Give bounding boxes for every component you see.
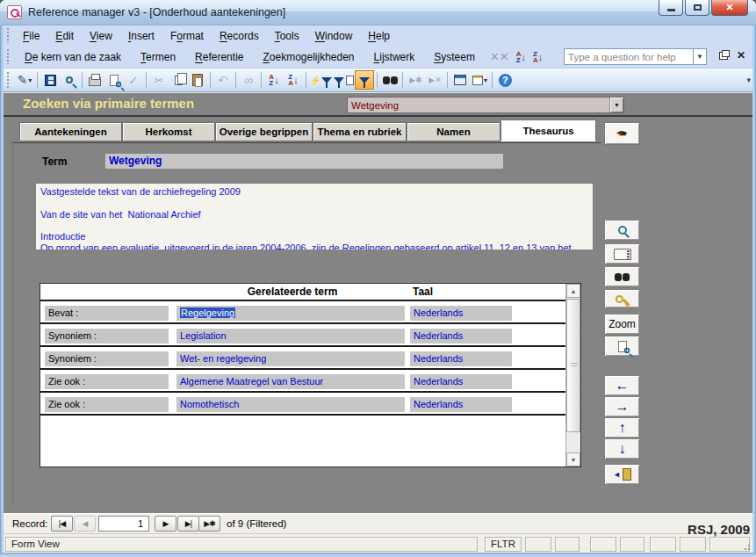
toolbar-drag-handle[interactable] xyxy=(6,28,11,42)
tab-aantekeningen[interactable]: Aantekeningen xyxy=(19,122,122,141)
menu-tools[interactable]: Tools xyxy=(267,28,307,44)
relation-cell: Bevat : xyxy=(45,306,169,321)
references-book-button[interactable] xyxy=(604,243,640,264)
menu-records[interactable]: Records xyxy=(212,28,267,44)
status-segment xyxy=(650,537,676,552)
tab-overige-begrippen[interactable]: Overige begrippen xyxy=(215,122,313,141)
taal-cell[interactable]: Nederlands xyxy=(410,351,512,366)
menu-insert[interactable]: Insert xyxy=(120,28,162,44)
minimize-button[interactable] xyxy=(659,0,683,16)
print-preview-icon[interactable] xyxy=(104,70,124,90)
menu-termen[interactable]: Termen xyxy=(131,49,185,65)
key-button[interactable] xyxy=(604,289,640,308)
table-scrollbar[interactable]: ▲ ▼ xyxy=(565,284,580,467)
first-record-button[interactable]: |◀ xyxy=(51,516,73,532)
term-cell[interactable]: Wet- en regelgeving xyxy=(176,351,405,366)
sort-descending-icon[interactable] xyxy=(284,70,303,90)
sort-ascending-icon[interactable] xyxy=(516,51,526,63)
tab-namen[interactable]: Namen xyxy=(407,122,500,141)
undo-icon[interactable]: ↶ xyxy=(213,70,233,90)
paste-icon[interactable] xyxy=(188,70,207,90)
down-arrow-icon: ↓ xyxy=(619,442,626,456)
cut-icon[interactable]: ✂ xyxy=(149,70,169,90)
help-icon[interactable]: ? xyxy=(495,70,515,90)
edit-pen-button[interactable]: ✒ xyxy=(604,122,640,145)
find-button[interactable] xyxy=(604,266,640,287)
menu-zoekmogelijkheden[interactable]: Zoekmogelijkheden xyxy=(253,49,364,65)
menu-edit[interactable]: Edit xyxy=(47,28,82,44)
scroll-down-icon[interactable]: ▼ xyxy=(566,452,580,467)
copy-icon[interactable] xyxy=(169,70,188,90)
toolbar-drag-handle[interactable] xyxy=(6,49,11,65)
spelling-icon[interactable]: ✓ xyxy=(124,70,143,90)
close-button[interactable] xyxy=(711,0,748,16)
previous-record-button[interactable]: ◀ xyxy=(74,516,96,532)
menu-help[interactable]: Help xyxy=(360,28,398,44)
next-record-button[interactable]: ▶ xyxy=(155,516,176,532)
file-search-icon[interactable] xyxy=(60,70,79,90)
zoom-button[interactable]: Zoom xyxy=(604,314,640,335)
term-cell[interactable]: Nomothetisch xyxy=(176,397,405,412)
taal-cell[interactable]: Nederlands xyxy=(410,329,512,344)
taal-cell[interactable]: Nederlands xyxy=(410,397,512,412)
term-cell[interactable]: Algemene Maatregel van Bestuur xyxy=(176,374,405,389)
restore-window-icon[interactable] xyxy=(719,52,728,60)
term-description-field[interactable]: Vastgestelde tekst van de archiefregelin… xyxy=(35,183,594,250)
primary-term-combobox[interactable]: Wetgeving ▼ xyxy=(347,97,624,113)
search-button[interactable] xyxy=(604,220,640,241)
database-window-icon[interactable] xyxy=(450,70,470,90)
term-field[interactable]: Wetgeving xyxy=(105,154,503,169)
menu-referentie[interactable]: Referentie xyxy=(185,49,253,65)
new-record-icon[interactable]: ▶✱ xyxy=(406,70,425,90)
tab-thema-en-rubriek[interactable]: Thema en rubriek xyxy=(313,122,407,141)
term-cell[interactable]: Regelgeving xyxy=(176,306,405,321)
title-bar[interactable]: Reference manager v3 - [Onderhoud aantek… xyxy=(0,0,756,25)
menu-systeem[interactable]: Systeem xyxy=(424,49,485,65)
sort-descending-icon[interactable] xyxy=(533,51,543,63)
term-cell[interactable]: Legislation xyxy=(176,329,405,344)
resize-grip[interactable] xyxy=(742,542,750,550)
hyperlink-icon[interactable]: ∞ xyxy=(239,70,258,90)
menu-file[interactable]: File xyxy=(15,28,47,44)
table-row: Synoniem : Wet- en regelgeving Nederland… xyxy=(40,349,565,370)
scrollbar-thumb[interactable] xyxy=(566,299,580,432)
scroll-up-icon[interactable]: ▲ xyxy=(566,284,580,298)
toolbar-options-icon[interactable]: ▾ xyxy=(746,78,751,83)
record-number-input[interactable] xyxy=(98,516,149,532)
move-down-button[interactable]: ↓ xyxy=(604,438,640,459)
print-icon[interactable] xyxy=(85,70,104,90)
maximize-button[interactable] xyxy=(685,0,709,16)
menu-format[interactable]: Format xyxy=(162,28,212,44)
combobox-dropdown-icon[interactable]: ▼ xyxy=(609,98,623,112)
filter-by-form-icon[interactable] xyxy=(333,70,355,90)
view-design-icon[interactable]: ✎▾ xyxy=(15,70,34,90)
filter-by-selection-icon[interactable] xyxy=(309,70,333,90)
toolbar-drag-handle[interactable] xyxy=(6,72,11,88)
tab-thesaurus[interactable]: Thesaurus xyxy=(500,119,596,141)
sort-ascending-icon[interactable] xyxy=(264,70,284,90)
taal-cell[interactable]: Nederlands xyxy=(410,374,512,389)
last-record-button[interactable]: ▶| xyxy=(177,516,199,532)
up-arrow-icon: ↑ xyxy=(619,421,626,435)
menu-lijstwerk[interactable]: Lijstwerk xyxy=(364,49,425,65)
menu-de-kern-van-de-zaak[interactable]: De kern van de zaak xyxy=(15,49,131,65)
preview-button[interactable] xyxy=(604,336,640,357)
status-segment xyxy=(620,537,644,552)
move-up-button[interactable]: ↑ xyxy=(604,417,640,438)
new-record-button[interactable]: ▶✱ xyxy=(198,516,220,532)
exit-button[interactable]: ◄ xyxy=(604,464,640,485)
help-search-input[interactable] xyxy=(564,48,694,65)
apply-filter-icon[interactable] xyxy=(355,70,374,90)
menu-view[interactable]: View xyxy=(82,28,120,44)
delete-record-icon[interactable]: ▶✕ xyxy=(425,70,444,90)
save-icon[interactable] xyxy=(40,70,60,90)
help-dropdown-icon[interactable]: ▼ xyxy=(694,48,707,65)
previous-button[interactable]: ← xyxy=(604,375,640,396)
taal-cell[interactable]: Nederlands xyxy=(410,306,512,321)
tab-herkomst[interactable]: Herkomst xyxy=(122,122,215,141)
find-icon[interactable] xyxy=(380,70,400,90)
next-button[interactable]: → xyxy=(604,396,640,417)
close-window-icon[interactable]: ✕ xyxy=(737,50,745,61)
new-object-icon[interactable]: ▾ xyxy=(470,70,489,90)
menu-window[interactable]: Window xyxy=(307,28,361,44)
